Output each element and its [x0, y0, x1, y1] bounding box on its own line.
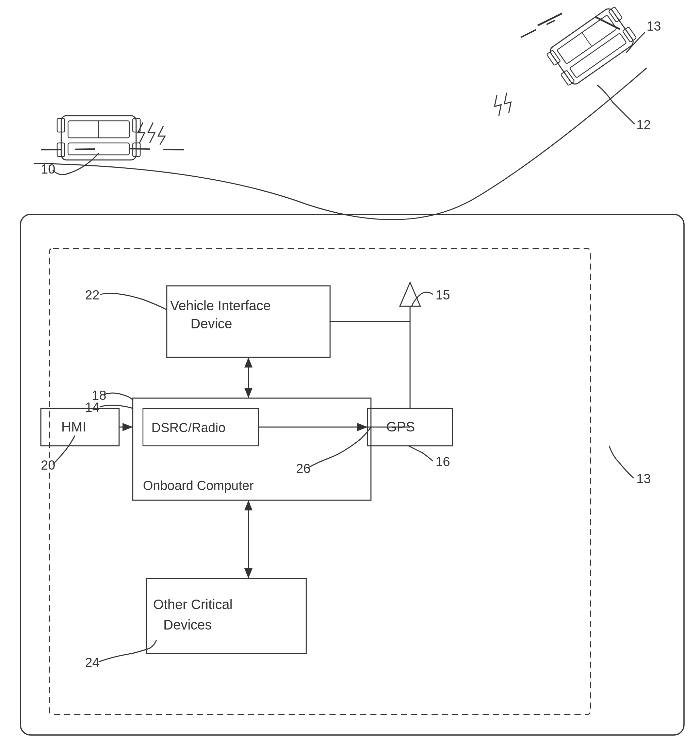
ref-18-label: 18: [92, 388, 106, 403]
vid-label-line1: Vehicle Interface: [170, 298, 271, 313]
ref-20-label: 20: [41, 458, 55, 472]
dsrc-label: DSRC/Radio: [151, 420, 226, 435]
ref-10-label: 10: [41, 162, 55, 176]
svg-rect-31: [146, 578, 306, 653]
svg-marker-38: [244, 357, 252, 368]
svg-line-4: [538, 9, 572, 26]
ref-26-label: 26: [296, 461, 311, 476]
svg-marker-39: [122, 423, 133, 431]
main-diagram-svg: 10 12 13: [0, 0, 700, 751]
svg-line-2: [521, 20, 555, 37]
svg-line-3: [578, 10, 612, 197]
ocd-label-line2: Devices: [163, 617, 212, 632]
ref-16-label: 16: [436, 454, 450, 469]
ref-13-system-label: 13: [637, 471, 651, 486]
svg-marker-37: [244, 388, 252, 398]
svg-rect-22: [20, 214, 684, 735]
ref-13-top-label: 13: [647, 19, 661, 33]
svg-rect-23: [49, 249, 590, 715]
svg-line-21: [582, 32, 592, 46]
vid-label-line2: Device: [190, 316, 232, 331]
ocd-label-line1: Other Critical: [153, 597, 232, 612]
hmi-label: HMI: [61, 419, 86, 434]
svg-marker-41: [244, 568, 252, 578]
svg-marker-29: [400, 283, 420, 306]
onboard-label: Onboard Computer: [143, 478, 254, 493]
ref-24-label: 24: [85, 655, 99, 670]
ref-22-label: 22: [85, 288, 99, 302]
ref-15-label: 15: [436, 288, 450, 302]
svg-marker-42: [244, 500, 252, 510]
diagram-container: 10 12 13: [0, 0, 700, 751]
svg-line-1: [129, 149, 184, 150]
ref-12-label: 12: [637, 118, 651, 132]
